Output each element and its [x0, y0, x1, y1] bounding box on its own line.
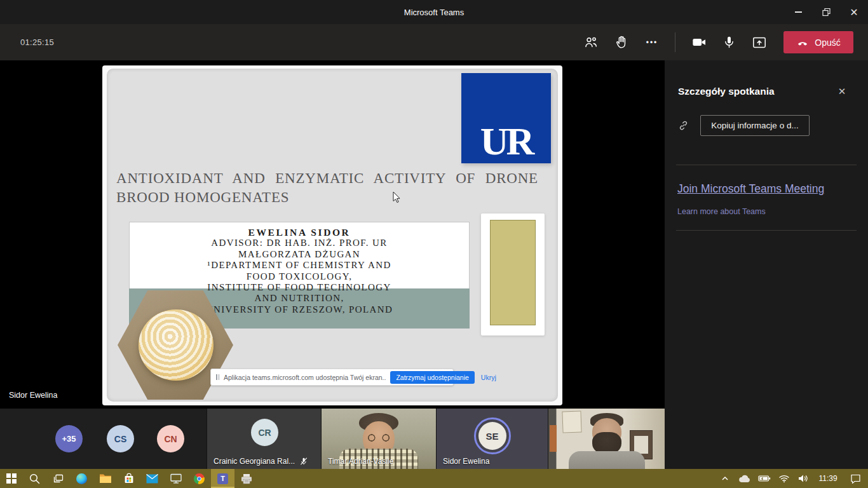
toolbar-divider: [675, 32, 675, 52]
panel-title: Szczegóły spotkania: [678, 86, 775, 97]
volume-icon[interactable]: [794, 469, 813, 488]
taskbar-search-button[interactable]: [23, 469, 46, 488]
mouse-cursor: [393, 191, 401, 203]
monitor-icon: [170, 473, 182, 484]
video-art: [562, 410, 581, 433]
edge-button[interactable]: [70, 469, 93, 488]
chrome-button[interactable]: [187, 469, 211, 488]
video-art: [366, 434, 391, 442]
author-name: EWELINA SIDOR: [130, 227, 469, 238]
start-button[interactable]: [0, 469, 23, 488]
presentation-slide: UR ANTIOXIDANT AND ENZYMATIC ACTIVITY OF…: [107, 69, 558, 402]
store-icon: [123, 473, 135, 484]
stop-sharing-button[interactable]: Zatrzymaj udostępnianie: [390, 371, 474, 384]
university-logo: UR: [461, 73, 551, 163]
avatar-cs[interactable]: CS: [107, 425, 134, 452]
windows-taskbar: T 11:39: [0, 469, 868, 488]
teams-taskbar-button[interactable]: T: [211, 469, 234, 488]
avatar-cn[interactable]: CN: [157, 425, 184, 452]
slide-title: ANTIOXIDANT AND ENZYMATIC ACTIVITY OF DR…: [116, 169, 550, 207]
raise-hand-button[interactable]: [610, 31, 633, 53]
call-timer: 01:25:15: [20, 24, 54, 60]
hand-icon: [614, 34, 630, 50]
taskbar-clock[interactable]: 11:39: [813, 469, 843, 488]
avatar-se: SE: [478, 422, 506, 450]
copy-meeting-info-button[interactable]: Kopiuj informacje o d...: [700, 115, 810, 136]
file-explorer-icon: [99, 473, 112, 484]
join-meeting-link[interactable]: Join Microsoft Teams Meeting: [677, 182, 824, 196]
department-line-1: ¹DEPARTMENT OF CHEMISTRY AND: [130, 260, 469, 271]
participant-name-timar: Timar Adrian-Vasile: [328, 457, 393, 466]
slide-title-line1: ANTIOXIDANT AND ENZYMATIC ACTIVITY OF DR…: [116, 169, 550, 188]
participant-name-sidor: Sidor Ewelina: [443, 457, 489, 466]
participants-button[interactable]: [580, 31, 602, 53]
share-banner-message: Aplikacja teams.microsoft.com udostępnia…: [224, 374, 386, 381]
participant-name-crainic: Crainic Georgiana Ral...: [214, 457, 295, 466]
presenter-name-label: Sidor Ewelina: [9, 391, 57, 400]
edge-icon: [76, 473, 87, 484]
participant-tile-crainic[interactable]: CR Crainic Georgiana Ral...: [207, 409, 321, 469]
share-screen-icon: [751, 34, 768, 51]
copy-link-icon: [677, 119, 689, 132]
mail-button[interactable]: [140, 469, 164, 488]
onedrive-icon[interactable]: [735, 469, 754, 488]
panel-close-button[interactable]: ✕: [835, 85, 849, 98]
camera-icon: [691, 34, 708, 51]
task-view-button[interactable]: [46, 469, 70, 488]
advisor-line-1: ADVISOR: DR HAB. INŻ. PROF. UR: [130, 238, 469, 248]
participant-video-tile-timar[interactable]: Timar Adrian-Vasile: [321, 409, 436, 469]
speaking-indicator-ring: SE: [474, 417, 511, 454]
connect-display-button[interactable]: [164, 469, 187, 488]
close-icon: ✕: [850, 6, 858, 18]
meeting-details-panel: Szczegóły spotkania ✕ Kopiuj informacje …: [665, 60, 868, 469]
khaki-sample-swatch: [490, 220, 536, 325]
camera-button[interactable]: [688, 31, 710, 53]
more-options-icon: •••: [646, 38, 658, 47]
file-explorer-button[interactable]: [93, 469, 117, 488]
larvae-cluster: [139, 309, 214, 381]
search-icon: [29, 473, 41, 485]
minimize-icon: [795, 11, 802, 13]
slide-title-line2: BROOD HOMOGENATES: [116, 188, 550, 207]
participant-video-tile[interactable]: [548, 409, 665, 469]
sample-frame: [481, 214, 545, 336]
mic-off-icon: [299, 457, 308, 466]
more-options-button[interactable]: •••: [641, 31, 663, 53]
tray-expand-button[interactable]: [715, 469, 735, 488]
leave-button-label: Opuść: [815, 37, 840, 48]
chrome-icon: [194, 473, 205, 484]
printer-icon: [240, 473, 253, 484]
restore-icon: [821, 7, 831, 17]
hang-up-icon: [796, 36, 809, 49]
restore-button[interactable]: [812, 0, 840, 24]
window-titlebar: Microsoft Teams ✕: [0, 0, 868, 24]
teams-icon: T: [217, 473, 228, 484]
people-icon: [583, 34, 599, 51]
panel-divider: [676, 230, 857, 231]
participant-strip: +35 CS CN CR Crainic Georgiana Ral... Ti…: [0, 409, 665, 469]
battery-icon[interactable]: [754, 469, 774, 488]
mic-button[interactable]: [717, 31, 740, 53]
windows-start-icon: [6, 473, 17, 484]
department-line-2: FOOD TOXICOLOGY,: [130, 271, 469, 282]
video-art: [569, 451, 645, 469]
action-center-button[interactable]: [843, 469, 868, 488]
panel-divider: [676, 165, 857, 165]
hide-banner-button[interactable]: Ukryj: [481, 374, 496, 381]
wifi-icon[interactable]: [774, 469, 794, 488]
learn-more-link[interactable]: Learn more about Teams: [677, 207, 766, 216]
participant-tile-sidor[interactable]: SE Sidor Ewelina: [436, 409, 548, 469]
minimize-button[interactable]: [784, 0, 812, 24]
shared-screen: UR ANTIOXIDANT AND ENZYMATIC ACTIVITY OF…: [102, 65, 562, 405]
close-window-button[interactable]: ✕: [840, 0, 868, 24]
call-controls-bar: 01:25:15 •••: [0, 24, 868, 60]
pause-icon: [216, 374, 219, 380]
share-screen-button[interactable]: [748, 31, 771, 53]
printer-button[interactable]: [234, 469, 258, 488]
leave-button[interactable]: Opuść: [783, 31, 853, 53]
task-view-icon: [53, 473, 64, 484]
overflow-participants-badge[interactable]: +35: [55, 425, 83, 452]
university-logo-text: UR: [480, 123, 532, 163]
store-button[interactable]: [117, 469, 140, 488]
video-art: [550, 425, 557, 452]
